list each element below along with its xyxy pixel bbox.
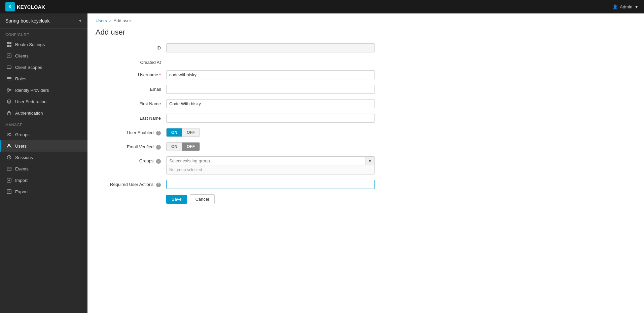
user-menu[interactable]: 👤 Admin ▼ xyxy=(612,4,639,9)
user-enabled-toggle: ON OFF xyxy=(166,128,200,137)
email-input[interactable] xyxy=(166,85,375,94)
brand: K KEYCLOAK xyxy=(5,2,45,11)
svg-rect-20 xyxy=(7,167,11,171)
sidebar-item-users[interactable]: Users xyxy=(0,140,87,152)
layout: Spring-boot-keycloak ▼ Configure Realm S… xyxy=(0,13,644,313)
sidebar-item-authentication[interactable]: Authentication xyxy=(0,107,87,119)
sidebar-item-realm-settings[interactable]: Realm Settings xyxy=(0,39,87,50)
sidebar-label-groups: Groups xyxy=(15,132,30,137)
sidebar-item-roles[interactable]: Roles xyxy=(0,73,87,84)
username-input[interactable] xyxy=(166,70,375,79)
email-verified-off-button[interactable]: OFF xyxy=(182,143,200,151)
groups-select-input[interactable] xyxy=(167,157,365,165)
groups-select-wrapper: ▼ No group selected xyxy=(166,156,375,174)
breadcrumb-users-link[interactable]: Users xyxy=(96,18,107,23)
first-name-input[interactable] xyxy=(166,99,375,108)
sidebar-label-sessions: Sessions xyxy=(15,155,33,160)
user-enabled-off-button[interactable]: OFF xyxy=(182,128,200,136)
svg-rect-7 xyxy=(7,66,11,69)
username-required-marker: * xyxy=(159,72,161,77)
email-verified-control: ON OFF xyxy=(166,142,375,151)
sidebar-label-identity-providers: Identity Providers xyxy=(15,88,49,93)
groups-info-icon[interactable]: ? xyxy=(156,159,161,164)
sidebar-item-user-federation[interactable]: User Federation xyxy=(0,96,87,107)
sidebar-item-clients[interactable]: Clients xyxy=(0,50,87,62)
brand-text: KEYCLOAK xyxy=(17,4,45,10)
share-icon xyxy=(6,87,12,93)
sidebar: Spring-boot-keycloak ▼ Configure Realm S… xyxy=(0,13,87,313)
page-title: Add user xyxy=(87,25,644,43)
last-name-control xyxy=(166,114,375,123)
svg-point-12 xyxy=(7,88,8,89)
user-enabled-info-icon[interactable]: ? xyxy=(156,131,161,135)
groups-dropdown-button[interactable]: ▼ xyxy=(365,157,374,165)
last-name-label: Last Name xyxy=(96,114,166,121)
export-icon xyxy=(6,189,12,194)
sidebar-item-import[interactable]: Import xyxy=(0,174,87,186)
main-content: Users > Add user Add user ID Created At xyxy=(87,13,644,313)
sidebar-label-users: Users xyxy=(15,144,27,149)
user-name: Admin xyxy=(620,4,632,9)
import-icon xyxy=(6,178,12,183)
id-control xyxy=(166,43,375,52)
required-actions-label: Required User Actions ? xyxy=(96,180,166,187)
svg-rect-4 xyxy=(7,45,9,47)
username-row: Username* xyxy=(96,70,636,79)
email-verified-info-icon[interactable]: ? xyxy=(156,145,161,150)
svg-text:K: K xyxy=(8,4,12,9)
email-verified-toggle: ON OFF xyxy=(166,142,200,151)
id-input[interactable] xyxy=(166,43,375,52)
last-name-input[interactable] xyxy=(166,114,375,123)
created-at-row: Created At xyxy=(96,58,636,65)
group-icon xyxy=(6,132,12,137)
user-enabled-on-button[interactable]: ON xyxy=(167,128,182,136)
sidebar-item-groups[interactable]: Groups xyxy=(0,129,87,140)
created-at-label: Created At xyxy=(96,58,166,65)
save-button[interactable]: Save xyxy=(166,195,187,204)
id-row: ID xyxy=(96,43,636,52)
configure-section-label: Configure xyxy=(0,29,87,39)
svg-point-17 xyxy=(10,133,11,134)
sidebar-item-events[interactable]: Events xyxy=(0,163,87,174)
puzzle-icon xyxy=(6,53,12,58)
sidebar-item-client-scopes[interactable]: Client Scopes xyxy=(0,62,87,73)
grid-icon xyxy=(6,42,12,47)
svg-point-16 xyxy=(8,133,9,134)
groups-label: Groups ? xyxy=(96,156,166,164)
required-actions-info-icon[interactable]: ? xyxy=(156,183,161,187)
svg-rect-2 xyxy=(7,42,9,44)
form-actions: Save Cancel xyxy=(166,194,636,204)
sidebar-label-events: Events xyxy=(15,166,29,171)
svg-rect-3 xyxy=(9,42,11,44)
add-user-form: ID Created At Username* xyxy=(87,43,644,218)
lock-icon xyxy=(6,110,12,116)
sidebar-label-roles: Roles xyxy=(15,76,26,81)
groups-control: ▼ No group selected xyxy=(166,156,375,174)
realm-selector[interactable]: Spring-boot-keycloak ▼ xyxy=(0,13,87,29)
sidebar-item-sessions[interactable]: Sessions xyxy=(0,152,87,163)
required-actions-input[interactable] xyxy=(166,180,375,189)
sidebar-label-import: Import xyxy=(15,178,28,183)
sidebar-label-realm-settings: Realm Settings xyxy=(15,42,45,47)
sidebar-label-clients: Clients xyxy=(15,53,29,58)
email-row: Email xyxy=(96,85,636,94)
groups-row: Groups ? ▼ No group selected xyxy=(96,156,636,174)
svg-point-11 xyxy=(10,89,11,91)
svg-rect-10 xyxy=(7,80,11,80)
manage-section-label: Manage xyxy=(0,119,87,129)
svg-point-14 xyxy=(7,100,11,101)
cancel-button[interactable]: Cancel xyxy=(190,194,215,204)
svg-rect-9 xyxy=(7,78,11,79)
breadcrumb: Users > Add user xyxy=(87,13,644,25)
sidebar-item-identity-providers[interactable]: Identity Providers xyxy=(0,84,87,96)
required-actions-row: Required User Actions ? xyxy=(96,180,636,189)
id-label: ID xyxy=(96,43,166,50)
realm-chevron-icon: ▼ xyxy=(78,19,82,23)
email-control xyxy=(166,85,375,94)
clock-icon xyxy=(6,155,12,160)
email-verified-on-button[interactable]: ON xyxy=(167,143,182,151)
svg-rect-5 xyxy=(9,45,11,47)
sidebar-item-export[interactable]: Export xyxy=(0,186,87,197)
user-enabled-control: ON OFF xyxy=(166,128,375,137)
username-label: Username* xyxy=(96,70,166,77)
